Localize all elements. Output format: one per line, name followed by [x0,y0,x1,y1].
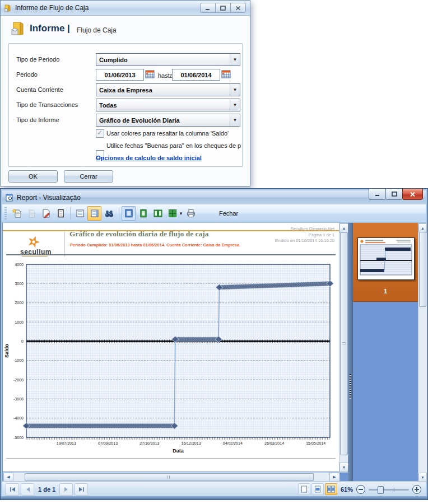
footer-rule [6,458,336,459]
scroll-down-icon[interactable]: ▼ [418,473,427,482]
header-divider [64,232,65,256]
report-toolbar: ▼ Fechar [2,204,426,223]
chevron-down-icon[interactable]: ▼ [230,54,240,66]
calendar-icon[interactable] [221,69,231,78]
page-thumbnail-image[interactable] [357,237,415,280]
page-setup-icon[interactable] [53,206,67,221]
toolbar-separator [119,207,119,220]
view-single-blue-icon[interactable] [122,206,136,221]
open-report-icon[interactable] [24,206,38,221]
view-multipage-icon[interactable] [165,206,179,221]
edit-report-icon[interactable] [39,206,53,221]
chevron-down-icon[interactable]: ▼ [179,211,183,216]
window-bottom-border [1,496,427,500]
meta-app: Secullum Gimnasio.Net [275,226,334,232]
print-icon[interactable] [184,206,198,221]
svg-text:4000: 4000 [15,263,24,267]
thumbnail-scroll-thumb[interactable] [419,232,426,307]
thumbnail-panel: 1 [353,223,418,481]
chevron-down-icon[interactable]: ▼ [230,114,240,126]
zoom-slider-thumb[interactable] [378,486,384,494]
svg-text:07/09/2013: 07/09/2013 [98,441,118,445]
header-rule [6,254,336,255]
informe-dialog: Informe de Flujo de Caja Informe | Flujo… [0,0,250,186]
new-report-icon[interactable] [10,206,24,221]
close-button[interactable] [402,189,423,200]
view-two-pages-icon[interactable] [325,483,337,495]
view-page-width-icon[interactable] [311,483,324,495]
toolbar-separator [70,207,71,220]
svg-text:-2000: -2000 [13,378,24,382]
calendar-icon[interactable] [145,69,155,78]
close-button[interactable] [230,3,246,13]
ok-button[interactable]: OK [8,170,58,183]
thumbnail-vertical-scrollbar[interactable]: ▲ ▼ [418,223,427,482]
report-window: Report - Visualização [0,188,428,500]
view-facing-icon[interactable] [151,206,165,221]
view-single-green-icon[interactable] [136,206,150,221]
colores-saldo-checkbox[interactable] [96,129,104,138]
find-icon[interactable] [102,206,116,221]
svg-text:-1000: -1000 [13,358,24,362]
saldo-inicial-options-link[interactable]: Opciones de calculo de saldo inicial [96,155,202,161]
minimize-button[interactable] [369,189,386,200]
cuenta-corriente-select[interactable]: Caixa da Empresa ▼ [96,83,240,96]
thumbnail-splitter[interactable] [348,223,353,481]
thumbnail-selected-page[interactable]: 1 [353,223,418,302]
tipo-informe-select[interactable]: Gráfico de Evolución Diaria ▼ [96,114,240,127]
thumbnail-page-number: 1 [353,288,418,295]
report-page-subtitle: Periodo Cumplido: 01/06/2013 hasta 01/06… [70,242,240,248]
scroll-down-icon[interactable]: ▼ [339,463,348,472]
horizontal-scroll-thumb[interactable] [25,473,314,481]
periodo-to-input[interactable]: 01/06/2014 [172,69,220,81]
report-window-title: Report - Visualização [17,194,81,202]
informe-header-icon [10,21,26,38]
svg-text:Saldo: Saldo [4,344,10,358]
chevron-down-icon[interactable]: ▼ [230,84,240,96]
document-viewport: secullum Gráfico de evolución diaria de … [3,223,339,472]
first-page-button[interactable] [6,483,19,496]
dialog-title: Informe de Flujo de Caja [15,4,89,12]
zoom-in-button[interactable] [412,485,421,494]
previous-page-button[interactable] [21,483,34,496]
view-whole-page-icon[interactable] [298,483,310,495]
report-app-icon [5,193,13,202]
tipo-transacciones-select[interactable]: Todas ▼ [96,99,240,111]
svg-text:2000: 2000 [15,301,24,305]
cuenta-corriente-label: Cuenta Corriente [16,83,63,95]
tipo-transacciones-label: Tipo de Transacciones [16,99,78,110]
svg-text:-4000: -4000 [13,416,24,420]
splitter-grip-icon[interactable] [350,374,351,399]
minimize-button[interactable] [200,3,216,13]
dialog-app-icon [3,4,12,12]
scroll-left-icon[interactable]: ◀ [3,473,13,482]
hasta-label: hasta [158,72,173,79]
dialog-header-title: Informe | [30,23,70,34]
report-page-meta: Secullum Gimnasio.Net Página 1 de 1 Emit… [275,226,334,244]
svg-text:26/03/2014: 26/03/2014 [264,441,284,445]
last-page-button[interactable] [75,483,88,496]
dialog-titlebar[interactable]: Informe de Flujo de Caja [1,1,250,16]
cerrar-button[interactable]: Cerrar [64,170,113,183]
next-page-button[interactable] [59,483,73,496]
periodo-from-input[interactable]: 01/06/2013 [96,69,144,81]
maximize-button[interactable] [385,189,403,200]
tipo-periodo-label: Tipo de Periodo [16,53,59,65]
zoom-out-button[interactable] [356,485,365,494]
toolbar-grip[interactable] [4,207,7,220]
report-statusbar: 1 de 1 61% [2,481,426,497]
report-page-title: Gráfico de evolución diaria de flujo de … [69,230,209,239]
zoom-slider[interactable] [369,486,409,493]
layout-normal-icon[interactable] [73,206,87,221]
scroll-up-icon[interactable]: ▲ [418,223,427,232]
layout-sidebar-icon[interactable] [87,206,101,221]
scroll-up-icon[interactable]: ▲ [339,223,348,233]
chevron-down-icon[interactable]: ▼ [230,99,240,111]
tipo-periodo-select[interactable]: Cumplido ▼ [96,53,240,66]
vertical-scroll-thumb[interactable] [340,232,348,455]
report-titlebar[interactable]: Report - Visualização [2,190,426,205]
maximize-button[interactable] [215,3,231,13]
zoom-percentage: 61% [341,486,353,493]
fechar-button[interactable]: Fechar [213,208,244,219]
scroll-right-icon[interactable]: ▶ [329,473,339,482]
